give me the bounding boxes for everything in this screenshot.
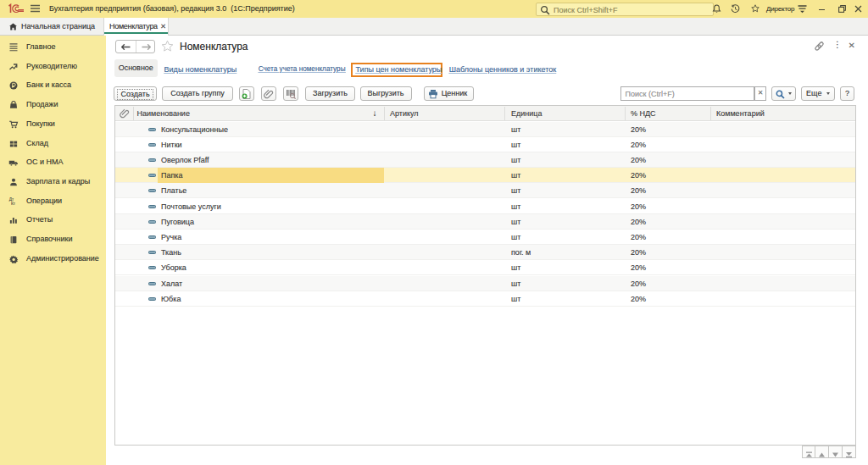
svg-text:Кт: Кт: [11, 202, 16, 206]
